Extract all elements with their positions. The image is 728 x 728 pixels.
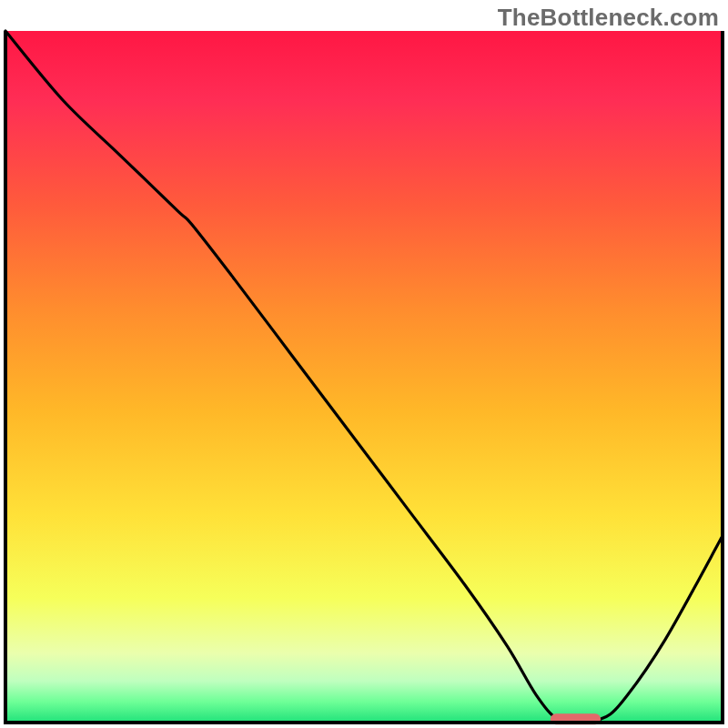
bottleneck-gradient-chart [0,0,728,728]
heat-gradient-bg [5,31,723,723]
chart-stage: TheBottleneck.com [0,0,728,728]
plot-area [5,31,723,724]
